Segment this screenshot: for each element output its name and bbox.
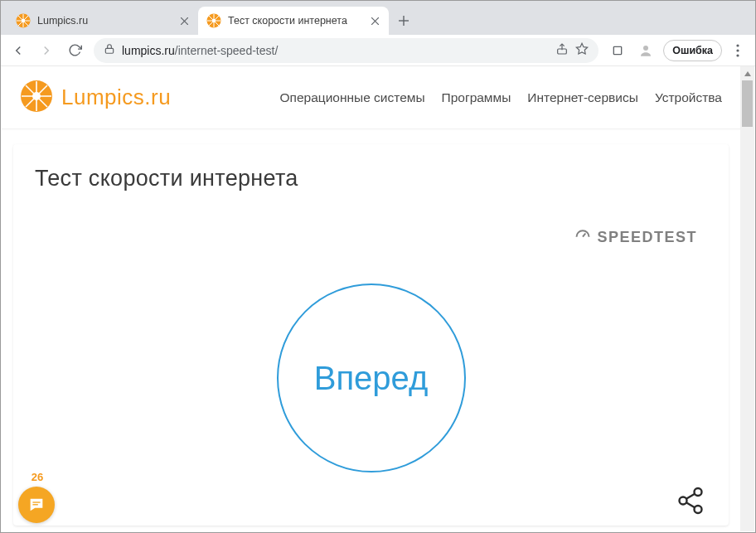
tab-title: Тест скорости интернета <box>228 15 364 27</box>
site-nav: Операционные системы Программы Интернет-… <box>279 90 722 105</box>
error-indicator[interactable]: Ошибка <box>663 40 722 61</box>
svg-point-9 <box>22 19 25 22</box>
forward-button[interactable] <box>34 38 59 63</box>
svg-marker-25 <box>577 43 588 54</box>
profile-avatar-icon[interactable] <box>633 38 658 63</box>
svg-line-43 <box>686 502 695 507</box>
site-header: Lumpics.ru Операционные системы Программ… <box>2 66 740 129</box>
svg-rect-22 <box>105 48 113 53</box>
browser-window: Lumpics.ru Тест скорости интернета <box>0 0 756 533</box>
go-button[interactable]: Вперед <box>277 283 466 472</box>
back-button[interactable] <box>6 38 31 63</box>
nav-item-devices[interactable]: Устройства <box>655 90 722 105</box>
page-viewport: Lumpics.ru Операционные системы Программ… <box>2 66 754 531</box>
svg-point-40 <box>680 497 687 505</box>
browser-toolbar: lumpics.ru/internet-speed-test/ Ошибка <box>1 35 755 66</box>
tab-speedtest[interactable]: Тест скорости интернета <box>198 7 389 35</box>
nav-item-services[interactable]: Интернет-сервисы <box>527 90 638 105</box>
nav-item-programs[interactable]: Программы <box>442 90 511 105</box>
site-logo[interactable]: Lumpics.ru <box>20 80 171 116</box>
go-label: Вперед <box>314 360 429 397</box>
nav-item-os[interactable]: Операционные системы <box>279 90 424 105</box>
menu-button[interactable] <box>725 38 750 63</box>
svg-rect-44 <box>32 502 40 502</box>
svg-point-28 <box>736 44 739 46</box>
gauge-icon <box>574 227 591 248</box>
page-content: Lumpics.ru Операционные системы Программ… <box>2 66 740 531</box>
svg-line-38 <box>583 234 585 237</box>
svg-rect-26 <box>614 46 622 54</box>
favicon-icon <box>16 13 31 28</box>
share-icon[interactable] <box>676 486 705 519</box>
chat-bubble-icon <box>18 487 55 523</box>
scroll-thumb[interactable] <box>742 80 753 127</box>
svg-point-30 <box>736 54 739 56</box>
chat-widget[interactable]: 26 <box>18 471 55 523</box>
tab-lumpics[interactable]: Lumpics.ru <box>7 7 198 35</box>
vertical-scrollbar[interactable] <box>740 66 754 531</box>
chat-count: 26 <box>32 471 43 483</box>
scroll-up-arrow-icon[interactable] <box>740 66 754 80</box>
content-panel: Тест скорости интернета SPEEDTEST Вперед <box>13 144 729 526</box>
tab-title: Lumpics.ru <box>37 15 173 27</box>
svg-point-17 <box>212 19 216 22</box>
new-tab-button[interactable] <box>392 9 415 32</box>
svg-point-29 <box>736 49 739 51</box>
speedtest-label: SPEEDTEST <box>597 229 697 246</box>
tab-strip: Lumpics.ru Тест скорости интернета <box>1 1 755 35</box>
close-tab-icon[interactable] <box>369 15 380 27</box>
logo-icon <box>20 80 53 116</box>
error-label: Ошибка <box>672 45 713 56</box>
url-text: lumpics.ru/internet-speed-test/ <box>122 44 549 57</box>
page-title: Тест скорости интернета <box>35 166 707 191</box>
svg-marker-31 <box>744 71 751 76</box>
share-url-icon[interactable] <box>555 42 569 58</box>
svg-point-39 <box>695 488 702 496</box>
close-tab-icon[interactable] <box>178 15 190 27</box>
reload-button[interactable] <box>62 38 87 63</box>
toolbar-right: Ошибка <box>605 38 750 63</box>
logo-text: Lumpics.ru <box>61 85 171 110</box>
svg-point-41 <box>695 506 702 513</box>
svg-rect-45 <box>32 504 37 505</box>
favicon-icon <box>206 13 221 28</box>
bookmark-star-icon[interactable] <box>575 42 589 58</box>
address-bar[interactable]: lumpics.ru/internet-speed-test/ <box>94 38 598 63</box>
speedtest-badge[interactable]: SPEEDTEST <box>574 227 697 248</box>
lock-icon <box>104 43 115 57</box>
svg-line-42 <box>686 494 695 499</box>
svg-point-27 <box>643 46 648 51</box>
svg-point-37 <box>32 92 41 100</box>
extensions-icon[interactable] <box>605 38 630 63</box>
